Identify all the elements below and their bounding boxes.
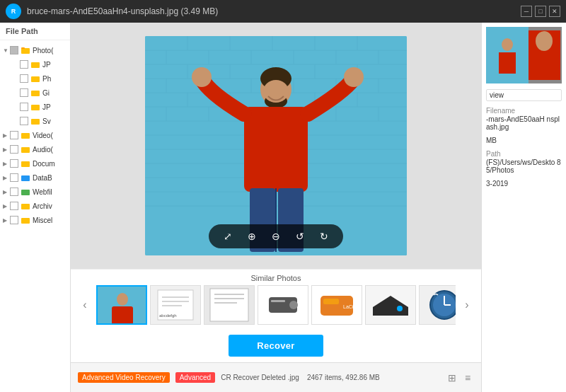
- sidebar-label-videos: Video(: [33, 132, 53, 139]
- window-controls: ─ □ ✕: [521, 6, 560, 17]
- folder-icon-database: [21, 173, 30, 183]
- checkbox-sv[interactable]: [20, 117, 28, 125]
- maximize-btn[interactable]: □: [535, 6, 546, 17]
- sidebar-label-audio: Audio(: [33, 146, 53, 154]
- checkbox-archives[interactable]: [10, 202, 18, 210]
- similar-photos-label: Similar Photos: [71, 274, 481, 282]
- sidebar-item-sv[interactable]: Sv: [0, 114, 70, 128]
- sidebar-item-webfiles[interactable]: ▶ Webfil: [0, 185, 70, 199]
- zoom-out-btn[interactable]: ⊖: [268, 229, 284, 244]
- thumb-4[interactable]: [258, 285, 308, 325]
- view-input[interactable]: [486, 89, 562, 101]
- checkbox-videos[interactable]: [10, 131, 18, 139]
- fit-screen-btn[interactable]: ⤢: [220, 229, 236, 244]
- svg-rect-80: [210, 289, 248, 321]
- svg-rect-10: [21, 175, 30, 181]
- checkbox-jp2[interactable]: [20, 103, 28, 111]
- svg-text:abcdefgh: abcdefgh: [159, 313, 177, 318]
- status-text: 2467 items, 492.86 MB: [307, 374, 380, 381]
- checkbox-documents[interactable]: [10, 159, 18, 168]
- checkbox-ph[interactable]: [20, 74, 28, 83]
- thumbs-container: abcdefgh: [96, 285, 456, 325]
- file-label: CR Recover Deleted .jpg: [221, 374, 299, 381]
- sidebar-item-videos[interactable]: ▶ Video(: [0, 128, 70, 142]
- svg-rect-2: [31, 62, 40, 68]
- checkbox-audio[interactable]: [10, 145, 18, 154]
- sidebar-item-gi[interactable]: Gi: [0, 86, 70, 100]
- svg-point-93: [397, 306, 403, 311]
- filename-field: Filename -mars-AndE50aaH nsplash.jpg: [486, 107, 562, 131]
- path-value: (FS)/Users/ws/Deskto 85/Photos: [486, 158, 562, 174]
- folder-icon-videos: [21, 130, 30, 140]
- prev-arrow[interactable]: ‹: [76, 296, 93, 313]
- folder-icon-gi: [30, 88, 40, 98]
- svg-point-63: [263, 80, 289, 103]
- folder-icon-jp1: [30, 59, 40, 69]
- sidebar-item-jp2[interactable]: JP: [0, 100, 70, 114]
- sidebar-label-database: DataB: [33, 174, 52, 182]
- folder-icon-misc: [21, 215, 30, 225]
- sidebar-label-jp1: JP: [42, 61, 51, 69]
- view-icons: ⊞ ≡: [446, 371, 474, 384]
- thumb-1[interactable]: [96, 285, 147, 325]
- sidebar-item-misc[interactable]: ▶ Miscel: [0, 213, 70, 227]
- thumb-7[interactable]: [419, 285, 456, 325]
- sidebar-header: File Path: [0, 23, 70, 40]
- svg-point-86: [289, 301, 298, 309]
- thumb-5[interactable]: LaCie: [311, 285, 362, 325]
- list-view-icon[interactable]: ≡: [461, 371, 474, 384]
- sidebar-label-archives: Archiv: [33, 202, 52, 210]
- thumb-3[interactable]: [204, 285, 255, 325]
- svg-rect-3: [31, 76, 40, 82]
- size-field: MB: [486, 137, 562, 144]
- rotate-left-btn[interactable]: ↺: [292, 229, 308, 244]
- adv-video-recovery-tag[interactable]: Advanced Video Recovery: [78, 372, 170, 383]
- svg-point-103: [502, 38, 513, 51]
- sidebar: File Path ▼ Photo( JP: [0, 23, 71, 392]
- app-logo: R: [6, 4, 21, 19]
- preview-image: ⤢ ⊕ ⊖ ↺ ↻: [145, 36, 407, 255]
- sidebar-label-ph: Ph: [42, 75, 51, 83]
- sidebar-item-database[interactable]: ▶ DataB: [0, 171, 70, 185]
- svg-point-66: [344, 67, 364, 87]
- sidebar-item-jp1[interactable]: JP: [0, 57, 70, 71]
- thumb-2[interactable]: abcdefgh: [150, 285, 201, 325]
- sidebar-item-photos[interactable]: ▼ Photo(: [0, 43, 70, 57]
- thumb-6[interactable]: [365, 285, 416, 325]
- preview-recover-button[interactable]: Recover: [229, 335, 323, 357]
- sidebar-item-audio[interactable]: ▶ Audio(: [0, 142, 70, 156]
- svg-text:LaCie: LaCie: [343, 304, 356, 309]
- zoom-in-btn[interactable]: ⊕: [244, 229, 260, 244]
- checkbox-gi[interactable]: [20, 88, 28, 97]
- sidebar-item-ph[interactable]: Ph: [0, 71, 70, 86]
- sidebar-label-sv: Sv: [42, 117, 51, 125]
- checkbox-database[interactable]: [10, 173, 18, 182]
- checkbox-jp1[interactable]: [20, 60, 28, 69]
- next-arrow[interactable]: ›: [458, 296, 475, 313]
- preview-svg: [145, 36, 407, 255]
- svg-rect-90: [323, 299, 339, 304]
- svg-rect-0: [21, 48, 30, 54]
- sidebar-item-documents[interactable]: ▶ Docum: [0, 156, 70, 171]
- bottom-status: CR Recover Deleted .jpg 2467 items, 492.…: [221, 374, 440, 381]
- close-btn[interactable]: ✕: [549, 6, 560, 17]
- image-toolbar: ⤢ ⊕ ⊖ ↺ ↻: [209, 224, 343, 248]
- sidebar-item-archives[interactable]: ▶ Archiv: [0, 199, 70, 213]
- checkbox-webfiles[interactable]: [10, 188, 18, 196]
- grid-view-icon[interactable]: ⊞: [446, 371, 458, 384]
- sidebar-label-documents: Docum: [33, 160, 55, 168]
- checkbox-photos[interactable]: [10, 46, 18, 54]
- minimize-btn[interactable]: ─: [521, 6, 532, 17]
- svg-rect-6: [31, 119, 40, 125]
- checkbox-misc[interactable]: [10, 216, 18, 224]
- rotate-right-btn[interactable]: ↻: [316, 229, 332, 244]
- filename-value: -mars-AndE50aaH nsplash.jpg: [486, 115, 562, 131]
- folder-icon-documents: [21, 158, 30, 168]
- date-value: 3-2019: [486, 180, 562, 188]
- main-container: File Path ▼ Photo( JP: [0, 23, 566, 392]
- svg-rect-9: [21, 161, 30, 167]
- sidebar-label-gi: Gi: [42, 89, 50, 97]
- arrow-icon: ▼: [3, 47, 10, 54]
- svg-rect-1: [21, 47, 25, 49]
- folder-icon-jp2: [30, 102, 40, 112]
